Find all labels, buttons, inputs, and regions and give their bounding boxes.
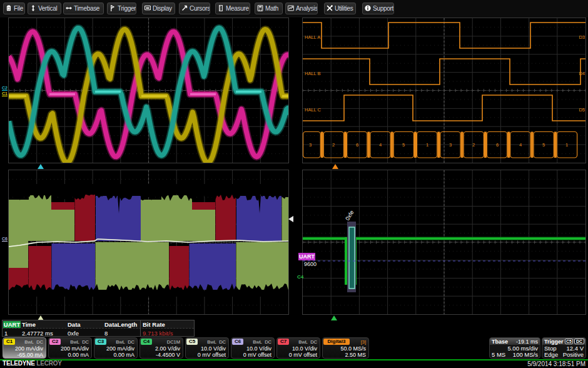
svg-text:4: 4 [519,142,522,148]
svg-text:D5: D5 [579,107,585,113]
svg-text:HALL C: HALL C [305,107,322,113]
svg-text:6: 6 [496,142,499,148]
svg-text:5: 5 [402,142,405,148]
svg-text:2: 2 [332,142,335,148]
svg-text:0xfe: 0xfe [344,209,355,222]
svg-text:HALL A: HALL A [305,34,320,40]
svg-text:3: 3 [309,142,312,148]
svg-text:3: 3 [449,142,452,148]
svg-text:2: 2 [472,142,475,148]
svg-text:D4: D4 [579,71,585,76]
svg-text:4: 4 [379,142,382,148]
svg-text:5: 5 [542,142,545,148]
svg-text:1: 1 [565,142,568,148]
svg-text:D3: D3 [579,34,585,40]
svg-text:6: 6 [356,142,358,148]
svg-text:HALL B: HALL B [305,71,321,76]
svg-text:1: 1 [426,142,428,148]
